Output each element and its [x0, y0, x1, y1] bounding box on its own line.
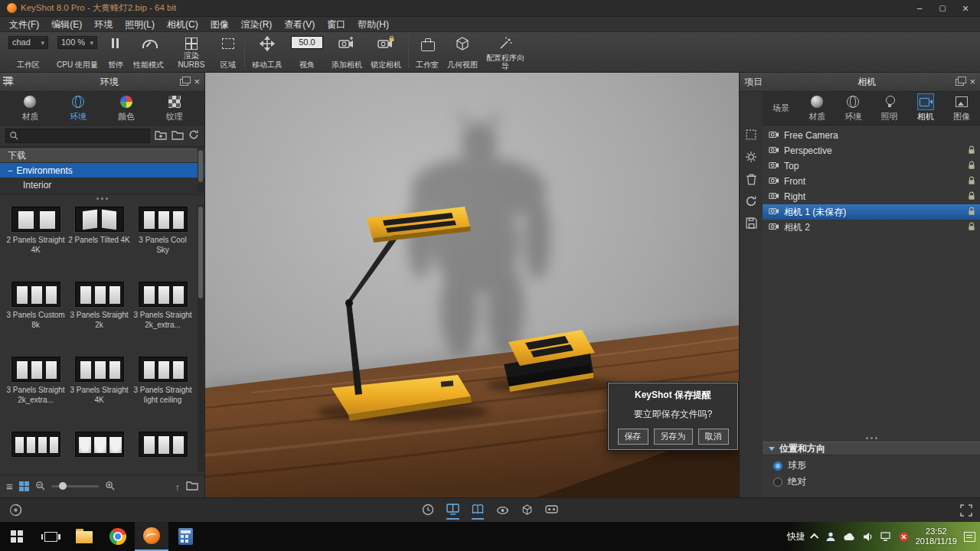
- workspace-label: 工作区: [17, 60, 40, 70]
- project-panel: 项目 相机: [739, 73, 980, 497]
- cpu-usage-group: 100 % CPU 使用量: [53, 34, 102, 70]
- geometry-view-button[interactable]: 几何视图: [443, 34, 482, 70]
- move-tool-button[interactable]: 移动工具: [248, 34, 286, 70]
- keyshot-taskbar-button[interactable]: [135, 522, 168, 551]
- workspace-group: chad 工作区: [5, 34, 52, 70]
- library-pane-icon[interactable]: [472, 504, 484, 517]
- menu-item[interactable]: 查看(V): [278, 17, 321, 32]
- project-tab-icon: [918, 94, 933, 109]
- region-button[interactable]: 区域: [215, 34, 241, 70]
- clock-time: 23:52: [916, 527, 957, 536]
- main-toolbar: chad 工作区 100 % CPU 使用量 暂停 性能模式 渲染NURBS 区…: [0, 32, 980, 73]
- calculator-icon: [178, 528, 193, 545]
- chevron-down-icon: [87, 37, 93, 47]
- keyshot-icon: [143, 527, 160, 544]
- window-title: KeyShot 8.0 Pro - 大黄蜂灯2.bip - 64 bit: [21, 2, 176, 14]
- menu-item[interactable]: 环境: [88, 17, 119, 32]
- menu-item[interactable]: 图像: [204, 17, 235, 32]
- clock-date: 2018/11/19: [916, 536, 957, 546]
- fov-label: 视角: [299, 60, 315, 70]
- menu-bar: 文件(F)编辑(E)环境照明(L)相机(C)图像渲染(R)查看(V)窗口帮助(H…: [0, 17, 980, 32]
- taskbar-clock[interactable]: 23:52 2018/11/19: [916, 527, 957, 546]
- error-badge-icon[interactable]: [899, 532, 909, 542]
- windows-logo-icon: [11, 530, 23, 543]
- move-arrows-icon: [260, 36, 275, 54]
- chevron-down-icon: [38, 37, 44, 47]
- cpu-usage-label: CPU 使用量: [57, 60, 98, 70]
- file-explorer-button[interactable]: [67, 522, 101, 551]
- wizard-button[interactable]: 配置程序向导: [482, 34, 528, 70]
- keyshot-logo-icon: [7, 3, 17, 13]
- nurbs-grid-icon: [182, 36, 201, 51]
- performance-mode-button[interactable]: 性能模式: [129, 34, 168, 70]
- fov-group: 50.0 视角: [287, 34, 327, 70]
- project-tab-icon: [882, 94, 897, 109]
- turntable-icon[interactable]: [496, 504, 509, 517]
- menu-item[interactable]: 渲染(R): [235, 17, 279, 32]
- viewport-bottom-bar: [0, 497, 980, 522]
- file-explorer-icon: [76, 531, 93, 543]
- toolbar-separator: [408, 37, 409, 68]
- add-camera-icon: [338, 36, 355, 53]
- menu-item[interactable]: 编辑(E): [45, 17, 88, 32]
- menu-item[interactable]: 照明(L): [119, 17, 161, 32]
- close-button[interactable]: [954, 1, 977, 16]
- workspace-dropdown[interactable]: chad: [8, 36, 48, 49]
- pause-button[interactable]: 暂停: [103, 34, 129, 70]
- dual-view-icon[interactable]: [446, 504, 459, 517]
- network-icon[interactable]: [880, 532, 892, 541]
- studio-button[interactable]: 工作室: [412, 34, 443, 70]
- region-icon: [219, 36, 237, 51]
- render-clock-icon[interactable]: [422, 504, 434, 517]
- calculator-button[interactable]: [168, 522, 202, 551]
- cpu-usage-dropdown[interactable]: 100 %: [57, 36, 97, 49]
- pause-icon: [106, 36, 125, 51]
- project-tab-icon: [0, 73, 980, 497]
- task-view-icon: [44, 532, 57, 542]
- fullscreen-icon[interactable]: [960, 504, 972, 520]
- gauge-icon: [139, 36, 158, 51]
- chrome-icon: [109, 528, 126, 545]
- menu-item[interactable]: 帮助(H): [351, 17, 395, 32]
- task-view-button[interactable]: [34, 522, 67, 551]
- fov-value-input[interactable]: 50.0: [291, 36, 323, 49]
- minimize-button[interactable]: [908, 1, 931, 16]
- windows-taskbar: 快捷 23:52 2018/11/19: [0, 522, 980, 551]
- menu-item[interactable]: 相机(C): [161, 17, 204, 32]
- action-center-icon[interactable]: [964, 532, 975, 542]
- project-tabs: 场景 材质 环境: [763, 92, 980, 126]
- menu-item[interactable]: 窗口: [321, 17, 351, 32]
- project-tab-icon: [954, 94, 969, 109]
- title-bar: KeyShot 8.0 Pro - 大黄蜂灯2.bip - 64 bit: [0, 0, 980, 17]
- project-tab-icon: [845, 94, 861, 109]
- project-tab[interactable]: 场景: [773, 103, 789, 114]
- hidden-icons-chevron[interactable]: [810, 533, 818, 542]
- geometry-cube-icon[interactable]: [521, 504, 533, 517]
- volume-icon[interactable]: [863, 532, 874, 542]
- maximize-button[interactable]: [931, 1, 954, 16]
- briefcase-icon: [418, 36, 436, 51]
- lock-camera-icon: [377, 36, 394, 53]
- toolbar-separator: [244, 37, 245, 68]
- menu-item[interactable]: 文件(F): [3, 17, 45, 32]
- lock-camera-button[interactable]: 锁定相机: [367, 34, 405, 70]
- contact-icon[interactable]: [825, 531, 836, 542]
- vr-headset-icon[interactable]: [545, 505, 558, 516]
- chrome-button[interactable]: [101, 522, 135, 551]
- render-nurbs-button[interactable]: 渲染NURBS: [168, 34, 214, 70]
- add-camera-button[interactable]: 添加相机: [328, 34, 366, 70]
- wand-icon: [498, 36, 513, 54]
- ime-indicator[interactable]: 快捷: [787, 530, 805, 543]
- start-button[interactable]: [0, 522, 34, 551]
- keyshot-window: KeyShot 8.0 Pro - 大黄蜂灯2.bip - 64 bit 文件(…: [0, 0, 980, 551]
- coordinate-legend-icon[interactable]: [9, 504, 22, 520]
- cube-icon: [455, 36, 470, 54]
- project-tab-icon: [809, 94, 825, 109]
- system-tray: 快捷 23:52 2018/11/19: [787, 522, 980, 551]
- onedrive-cloud-icon[interactable]: [843, 532, 856, 541]
